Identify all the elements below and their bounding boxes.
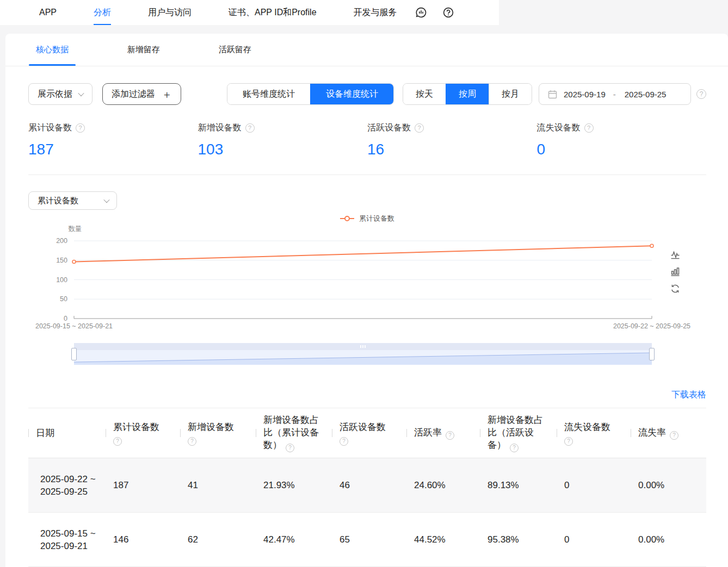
col-header-label: 流失率: [638, 427, 666, 438]
cell-text: 65: [340, 534, 403, 545]
date-separator: -: [613, 90, 616, 99]
chart-tools: [670, 250, 680, 294]
top-nav: APP分析用户与访问证书、APP ID和Profile开发与服务: [0, 0, 499, 25]
col-header-label: 流失设备数: [564, 422, 610, 432]
column-help-icon[interactable]: ?: [188, 437, 196, 446]
nav-item-1[interactable]: 分析: [94, 0, 111, 25]
cell: 21.93%: [256, 458, 332, 513]
bar-chart-type-icon[interactable]: [670, 267, 680, 277]
svg-text:数量: 数量: [69, 225, 82, 233]
period-option-0[interactable]: 按天: [403, 84, 446, 104]
stat-3: 流失设备数?0: [537, 122, 707, 158]
stat-label: 活跃设备数?: [367, 122, 537, 134]
tab-0[interactable]: 核心数据: [36, 34, 69, 66]
col-header-inner: 活跃率?: [414, 426, 477, 440]
brush-handle-right[interactable]: [649, 348, 655, 360]
cell-text: 44.52%: [414, 534, 477, 545]
cell: 65: [332, 513, 406, 567]
date-range-picker[interactable]: 2025-09-19 - 2025-09-25: [539, 83, 691, 105]
nav-item-0[interactable]: APP: [39, 0, 57, 25]
stat-value: 0: [537, 141, 707, 158]
col-header-2: 新增设备数?: [180, 408, 256, 458]
col-header-label: 累计设备数: [113, 422, 159, 432]
stat-help-icon[interactable]: ?: [584, 123, 594, 133]
tab-2[interactable]: 活跃留存: [219, 34, 251, 66]
cell: 41: [180, 458, 256, 513]
column-help-icon[interactable]: ?: [510, 444, 519, 452]
add-filter-label: 添加过滤器: [112, 89, 155, 100]
cell-text: 2025-09-15 ~ 2025-09-21: [40, 527, 96, 552]
brush-drag-bar[interactable]: [74, 343, 652, 350]
col-header-0: 日期: [28, 408, 106, 458]
stat-value: 187: [28, 141, 198, 158]
cell-text: 187: [113, 480, 177, 491]
period-option-1[interactable]: 按周: [446, 84, 489, 104]
col-header-label: 日期: [36, 428, 54, 438]
plus-icon: ＋: [162, 89, 172, 99]
download-row: 下载表格: [28, 389, 706, 401]
display-basis-label: 展示依据: [38, 89, 72, 100]
dimension-option-1[interactable]: 设备维度统计: [310, 84, 393, 104]
feedback-chart-bubble-icon[interactable]: [415, 6, 428, 19]
data-table: 日期累计设备数?新增设备数?新增设备数占比（累计设备数）?活跃设备数?活跃率?新…: [28, 408, 706, 567]
stat-value: 16: [367, 141, 537, 158]
stat-help-icon[interactable]: ?: [245, 123, 255, 133]
stat-label: 累计设备数?: [28, 122, 198, 134]
stat-label-text: 新增设备数: [198, 122, 242, 134]
download-table-link[interactable]: 下载表格: [671, 390, 706, 399]
col-header-3: 新增设备数占比（累计设备数）?: [256, 408, 332, 458]
column-help-icon[interactable]: ?: [113, 437, 122, 446]
stat-label-text: 流失设备数: [537, 122, 581, 134]
stats-row: 累计设备数?187新增设备数?103活跃设备数?16流失设备数?0: [28, 122, 706, 175]
stat-help-icon[interactable]: ?: [415, 123, 424, 133]
table-body: 2025-09-22 ~ 2025-09-251874121.93%4624.6…: [28, 458, 706, 567]
stat-help-icon[interactable]: ?: [76, 123, 85, 133]
svg-text:0: 0: [64, 315, 67, 322]
refresh-icon[interactable]: [670, 284, 680, 294]
col-header-inner: 累计设备数?: [113, 421, 177, 446]
display-basis-dropdown[interactable]: 展示依据: [28, 83, 92, 105]
cell: 89.13%: [480, 458, 557, 513]
cell: 62: [180, 513, 256, 567]
help-icon[interactable]: [442, 6, 455, 19]
table-head-row: 日期累计设备数?新增设备数?新增设备数占比（累计设备数）?活跃设备数?活跃率?新…: [28, 408, 706, 458]
add-filter-button[interactable]: 添加过滤器 ＋: [102, 83, 181, 105]
metric-selector[interactable]: 累计设备数: [28, 191, 117, 210]
date-range-help-icon[interactable]: ?: [696, 89, 706, 99]
col-header-8: 流失率?: [631, 408, 706, 458]
chart-legend[interactable]: 累计设备数: [28, 214, 706, 223]
tab-1[interactable]: 新增留存: [127, 34, 160, 66]
col-header-inner: 新增设备数占比（活跃设备）?: [488, 414, 548, 452]
stat-1: 新增设备数?103: [198, 122, 368, 158]
chart-zoom-brush[interactable]: [74, 343, 652, 365]
col-header-label: 新增设备数: [188, 422, 234, 432]
cell-text: 146: [113, 534, 177, 545]
nav-item-2[interactable]: 用户与访问: [148, 0, 192, 25]
period-toggle: 按天按周按月: [403, 83, 532, 105]
nav-item-3[interactable]: 证书、APP ID和Profile: [229, 0, 317, 25]
nav-item-4[interactable]: 开发与服务: [354, 0, 397, 25]
cell: 95.38%: [480, 513, 557, 567]
column-help-icon[interactable]: ?: [564, 437, 573, 446]
column-help-icon[interactable]: ?: [446, 431, 454, 440]
page: APP分析用户与访问证书、APP ID和Profile开发与服务 核心数据新增留…: [0, 0, 728, 567]
brush-mini-chart: [74, 350, 652, 365]
column-help-icon[interactable]: ?: [670, 431, 678, 440]
column-help-icon[interactable]: ?: [340, 437, 348, 446]
col-header-inner: 活跃设备数?: [340, 421, 403, 446]
cell-text: 2025-09-22 ~ 2025-09-25: [40, 473, 96, 498]
line-chart-type-icon[interactable]: [670, 250, 680, 260]
cell-text: 21.93%: [263, 480, 329, 491]
column-help-icon[interactable]: ?: [286, 444, 294, 452]
cell-text: 0: [564, 534, 627, 545]
dimension-option-0[interactable]: 账号维度统计: [227, 84, 310, 104]
cell-text: 62: [188, 534, 252, 545]
cell: 0: [557, 513, 631, 567]
period-option-2[interactable]: 按月: [489, 84, 532, 104]
chart-canvas: 050100150200数量: [28, 223, 670, 323]
line-chart: 050100150200数量 2025-09-15 ~ 2025-09-21 2…: [28, 223, 706, 334]
brush-handle-left[interactable]: [71, 348, 77, 360]
x-axis-label-left: 2025-09-15 ~ 2025-09-21: [35, 322, 113, 330]
svg-text:50: 50: [60, 295, 67, 303]
cell-text: 42.47%: [263, 534, 329, 545]
